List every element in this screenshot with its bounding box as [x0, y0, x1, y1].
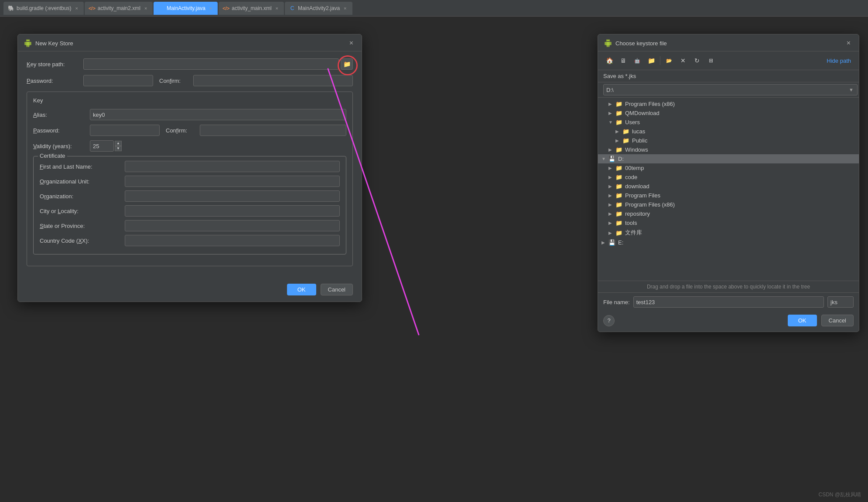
- state-input[interactable]: [125, 220, 340, 231]
- tree-label-wenjianjian: 文件库: [625, 229, 855, 237]
- tree-item-repository[interactable]: ▶ 📁 repository: [598, 209, 859, 218]
- key-section-title: Key: [33, 97, 346, 104]
- tab-main2xml[interactable]: </> activity_main2.xml ×: [85, 2, 153, 15]
- state-label: State or Province:: [40, 223, 125, 229]
- folder-icon-public: 📁: [622, 137, 629, 144]
- firstname-row: First and Last Name:: [40, 161, 340, 172]
- tree-item-users[interactable]: ▼ 📁 Users: [598, 118, 859, 127]
- help-btn[interactable]: ?: [603, 315, 615, 326]
- chevron-00temp: ▶: [608, 166, 615, 170]
- java-icon-2: C: [289, 5, 295, 11]
- tree-item-e-drive[interactable]: ▶ 💾 E:: [598, 238, 859, 247]
- keystorepath-label: Key store path:: [27, 61, 83, 68]
- tree-item-programfiles-d[interactable]: ▶ 📁 Program Files: [598, 191, 859, 200]
- tab-gradle-close[interactable]: ×: [74, 5, 79, 11]
- tab-mainactivity2[interactable]: C MainActivity2.java ×: [285, 2, 352, 15]
- delete-btn[interactable]: ✕: [677, 55, 689, 66]
- tab-gradle[interactable]: 🐘 build.gradle (:eventbus) ×: [3, 2, 84, 15]
- spinner-up-btn[interactable]: ▲: [115, 141, 122, 146]
- key-password-input[interactable]: [90, 125, 160, 136]
- folder-icon-programfilesx86: 📁: [615, 101, 622, 107]
- tree-item-wenjianjian[interactable]: ▶ 📁 文件库: [598, 227, 859, 238]
- chooser-toolbar: 🏠 🖥 🤖 📁 📂 ✕ ↻ ⊞ Hide path: [598, 51, 859, 70]
- ide-background: New Key Store × Key store path: 📁: [0, 17, 868, 502]
- chooser-close-btn[interactable]: ×: [844, 39, 853, 47]
- key-confirm-input[interactable]: [200, 125, 346, 136]
- city-input[interactable]: [125, 205, 340, 217]
- spinner-down-btn[interactable]: ▼: [115, 146, 122, 151]
- password-input[interactable]: [83, 75, 153, 86]
- refresh-btn[interactable]: ↻: [691, 55, 703, 66]
- extension-dropdown[interactable]: jks: [827, 296, 854, 308]
- keystore-footer: OK Cancel: [18, 279, 362, 302]
- file-name-label: File name:: [603, 299, 630, 305]
- chevron-public: ▶: [615, 138, 622, 143]
- confirm-password-input[interactable]: [193, 75, 353, 86]
- desktop-btn[interactable]: 🖥: [617, 55, 629, 66]
- tab-activitymain-label: activity_main.xml: [232, 5, 271, 11]
- tree-item-download[interactable]: ▶ 📁 download: [598, 182, 859, 191]
- folder-icon-download: 📁: [615, 183, 622, 190]
- toolbar-separator-1: [660, 56, 660, 65]
- tree-item-code[interactable]: ▶ 📁 code: [598, 173, 859, 182]
- firstname-input[interactable]: [125, 161, 340, 172]
- tree-item-programfilesx86[interactable]: ▶ 📁 Program Files (x86): [598, 99, 859, 109]
- tree-item-tools[interactable]: ▶ 📁 tools: [598, 218, 859, 227]
- tree-item-lucas[interactable]: ▶ 📁 lucas: [598, 127, 859, 136]
- toggle-view-btn[interactable]: ⊞: [705, 55, 717, 66]
- chevron-users: ▼: [608, 120, 615, 125]
- tree-item-00temp[interactable]: ▶ 📁 00temp: [598, 163, 859, 173]
- chooser-footer: ? OK Cancel: [598, 311, 859, 332]
- path-input[interactable]: D:\: [603, 84, 858, 95]
- tree-item-qmdownload[interactable]: ▶ 📁 QMDownload: [598, 109, 859, 118]
- tab-activitymain[interactable]: </> activity_main.xml ×: [219, 2, 284, 15]
- tree-item-public[interactable]: ▶ 📁 Public: [598, 136, 859, 145]
- chooser-ok-btn[interactable]: OK: [788, 315, 817, 326]
- file-name-input[interactable]: test123: [633, 296, 824, 308]
- tree-label-programfilesx86-d: Program Files (x86): [625, 201, 855, 208]
- home-btn[interactable]: 🏠: [603, 55, 615, 66]
- city-label: City or Locality:: [40, 208, 125, 214]
- keystore-cancel-btn[interactable]: Cancel: [321, 284, 353, 295]
- new-folder-btn[interactable]: 📂: [663, 55, 675, 66]
- chevron-repository: ▶: [608, 211, 615, 216]
- folder-view-btn[interactable]: 📁: [645, 55, 657, 66]
- keystorepath-input[interactable]: [83, 58, 339, 70]
- circle-highlight: [338, 55, 358, 75]
- tab-mainactivity[interactable]: C MainActivity.java ×: [154, 2, 218, 15]
- folder-icon-repository: 📁: [615, 210, 622, 217]
- keystore-ok-btn[interactable]: OK: [287, 284, 316, 295]
- country-input[interactable]: [125, 235, 340, 246]
- tree-label-public: Public: [632, 137, 855, 144]
- folder-icon-lucas: 📁: [622, 128, 629, 135]
- tab-main2xml-close[interactable]: ×: [143, 5, 148, 11]
- confirm-label: Confirm:: [159, 78, 190, 84]
- keystore-close-btn[interactable]: ×: [347, 39, 355, 47]
- tree-item-windows[interactable]: ▶ 📁 Windows: [598, 145, 859, 154]
- main-area: New Key Store × Key store path: 📁: [0, 17, 868, 502]
- android-chooser-icon: [604, 39, 612, 47]
- tab-mainactivity-label: MainActivity.java: [167, 5, 205, 11]
- android-toolbar-btn[interactable]: 🤖: [631, 55, 643, 66]
- key-confirm-label: Confirm:: [166, 127, 196, 134]
- tab-mainactivity-close[interactable]: ×: [208, 5, 213, 11]
- tab-activitymain-close[interactable]: ×: [274, 5, 280, 11]
- tree-label-users: Users: [625, 119, 855, 126]
- browse-btn[interactable]: 📁: [341, 58, 353, 70]
- orgunit-input[interactable]: [125, 176, 340, 187]
- alias-input[interactable]: key0: [90, 109, 346, 120]
- hide-path-btn[interactable]: Hide path: [824, 56, 854, 66]
- chevron-programfiles-d: ▶: [608, 193, 615, 198]
- file-tree[interactable]: ▶ 📁 Program Files (x86) ▶ 📁 QMDownload ▼…: [598, 98, 859, 281]
- drive-icon-e: 💾: [608, 239, 615, 246]
- tab-mainactivity2-close[interactable]: ×: [342, 5, 348, 11]
- org-input[interactable]: [125, 190, 340, 202]
- file-name-row: File name: test123 jks: [598, 292, 859, 311]
- tree-item-d-drive[interactable]: ▼ 💾 D:: [598, 154, 859, 163]
- chooser-cancel-btn[interactable]: Cancel: [821, 315, 854, 326]
- validity-row: Validity (years): 25 ▲ ▼: [33, 140, 346, 152]
- chevron-d-drive: ▼: [601, 156, 608, 161]
- validity-input[interactable]: 25: [90, 140, 114, 152]
- key-password-row: Password: Confirm:: [33, 125, 346, 136]
- tree-item-programfilesx86-d[interactable]: ▶ 📁 Program Files (x86): [598, 200, 859, 209]
